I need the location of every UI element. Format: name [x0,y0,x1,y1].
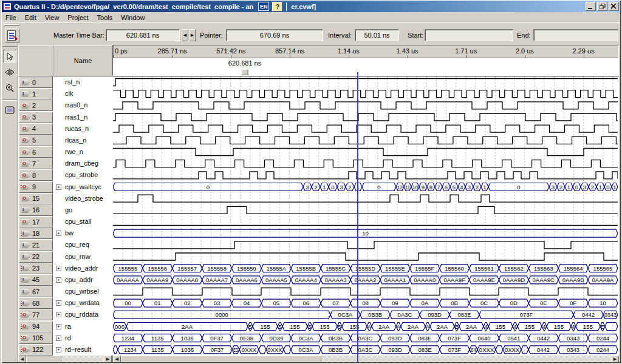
toolbar-grip[interactable] [286,2,289,11]
master-time-bar-value[interactable]: 620.681 ns [106,29,180,41]
minimize-button[interactable] [586,2,596,11]
bus-value: 1 [483,184,486,190]
signal-number-button[interactable]: O4 [19,123,53,135]
signal-row-cpu_rddata[interactable]: O77+cpu_rddata [18,309,113,320]
signal-row-go[interactable]: I16go [18,204,113,216]
signal-number-button[interactable]: O94 [19,321,53,332]
expand-plus-icon[interactable]: + [56,347,61,352]
signal-row-video_strobe[interactable]: O15video_strobe [18,193,113,204]
selection-tool-button[interactable] [3,50,16,63]
signal-row-rlcas_n[interactable]: O5rlcas_n [18,135,113,146]
signal-row-rwe_n[interactable]: O6rwe_n [18,146,113,158]
signal-number-button[interactable]: O8 [19,169,53,181]
close-button[interactable] [609,2,619,11]
menu-window[interactable]: Window [117,13,149,22]
expand-plus-icon[interactable]: + [56,335,61,341]
waveform-hscrollbar[interactable]: ◀ ▶ [113,356,619,363]
zoom-tool-button[interactable] [3,81,16,95]
signal-row-cpu_wrbsel[interactable]: I67cpu_wrbsel [18,286,113,297]
toolbar-grip-handle[interactable] [4,24,19,26]
signal-row-video_addr[interactable]: I23+video_addr [18,263,113,274]
signal-row-rras1_n[interactable]: O3rras1_n [18,112,113,123]
expand-plus-icon[interactable]: + [56,266,61,271]
expand-plus-icon[interactable]: + [56,184,61,190]
bus-value: 04 [244,300,250,306]
scroll-left-icon[interactable]: ◀ [113,356,121,363]
waveform-editor-icon[interactable]: ➘ [5,29,19,43]
expand-plus-icon[interactable]: + [56,231,61,236]
master-time-bar-line[interactable] [357,72,358,364]
time-bar-band[interactable]: 620.681 ns [113,58,619,76]
signal-number-button[interactable]: I45 [19,274,53,286]
scroll-left-icon[interactable]: ◀ [18,356,26,363]
scroll-thumb[interactable] [121,356,321,363]
signal-number-button[interactable]: I22 [19,251,53,263]
signal-number-button[interactable]: O105 [19,332,53,344]
signal-number-button[interactable]: I1 [19,88,53,99]
signal-number-button[interactable]: O2 [19,99,53,111]
signal-row-cpu_rnw[interactable]: I22cpu_rnw [18,251,113,263]
signal-row-cpu_waitcyc[interactable]: O9+cpu_waitcyc [18,181,113,193]
signal-number-button[interactable]: O77 [19,309,53,320]
signal-number-button[interactable]: I23 [19,263,53,274]
signal-row-cpu_strobe[interactable]: O8cpu_strobe [18,169,113,181]
expand-plus-icon[interactable]: + [56,300,61,306]
signal-row-rd[interactable]: O105+rd [18,332,113,344]
waveform-edit-tool-button[interactable] [3,66,16,79]
signal-number-button[interactable]: I21 [19,239,53,251]
signal-row-rras0_n[interactable]: O2rras0_n [18,99,113,111]
signal-row-cpu_wrdata[interactable]: I68+cpu_wrdata [18,297,113,309]
menu-edit[interactable]: Edit [21,13,41,22]
signal-number-button[interactable]: O15 [19,193,53,204]
name-panel-hscrollbar[interactable]: ◀ ▶ [18,356,112,363]
signal-number-button[interactable]: O17 [19,216,53,228]
signal-number-button[interactable]: I16 [19,204,53,216]
scroll-right-icon[interactable]: ▶ [104,356,112,363]
time-bar-next-button[interactable]: ▶ [189,29,196,41]
signal-number-button[interactable]: I18 [19,228,53,239]
help-icon[interactable]: ? [272,2,282,12]
header-number-column[interactable] [18,45,53,76]
signal-row-ra[interactable]: O94+ra [18,321,113,332]
signal-number-button[interactable]: I0 [19,76,53,88]
menu-view[interactable]: View [41,13,64,22]
expand-plus-icon[interactable]: + [56,324,61,329]
signal-number-button[interactable]: O122 [19,344,53,356]
expand-plus-icon[interactable]: + [56,312,61,317]
signal-row-rd~result[interactable]: O122+rd~result [18,344,113,356]
bus-value: 0C [480,300,488,306]
scroll-right-icon[interactable]: ▶ [611,356,619,363]
bus-value: 1 [613,184,616,190]
signal-row-dram_cbeg[interactable]: O7dram_cbeg [18,158,113,169]
signal-number-button[interactable]: I68 [19,297,53,309]
signal-number-button[interactable]: I67 [19,286,53,297]
scroll-thumb[interactable] [26,356,61,363]
bus-value: 2 [591,184,594,190]
signal-number-button[interactable]: O9 [19,181,53,193]
signal-row-clk[interactable]: I1clk [18,88,113,99]
full-screen-tool-button[interactable] [3,103,16,116]
signal-row-cpu_req[interactable]: I21cpu_req [18,239,113,251]
signal-row-cpu_stall[interactable]: O17cpu_stall [18,216,113,228]
signal-row-rst_n[interactable]: I0rst_n [18,76,113,88]
signal-number-button[interactable]: O7 [19,158,53,169]
waveform-display[interactable]: 0321032101211109876543210321032101101555… [113,76,619,356]
signal-row-cpu_addr[interactable]: I45+cpu_addr [18,274,113,286]
signal-number-button[interactable]: O6 [19,146,53,158]
bus-value: 155556 [148,265,167,272]
signal-row-bw[interactable]: I18+bw [18,228,113,239]
restore-button[interactable] [597,2,607,11]
signal-number-button[interactable]: O5 [19,135,53,146]
menu-project[interactable]: Project [63,13,92,22]
expand-plus-icon[interactable]: + [56,277,61,283]
master-time-marker-handle[interactable] [242,69,248,75]
time-bar-prev-button[interactable]: ◀ [182,29,188,41]
menu-tools[interactable]: Tools [93,13,117,22]
menu-file[interactable]: File [1,13,21,22]
signal-row-rucas_n[interactable]: O4rucas_n [18,123,113,135]
signal-number-button[interactable]: O3 [19,112,53,123]
language-indicator[interactable]: EN [258,2,269,11]
bus-value: 3 [306,184,309,190]
header-name-column[interactable]: Name [53,45,112,76]
time-ruler[interactable]: 0 ps285.71 ns571.42 ns857.14 ns1.14 us1.… [113,45,619,58]
